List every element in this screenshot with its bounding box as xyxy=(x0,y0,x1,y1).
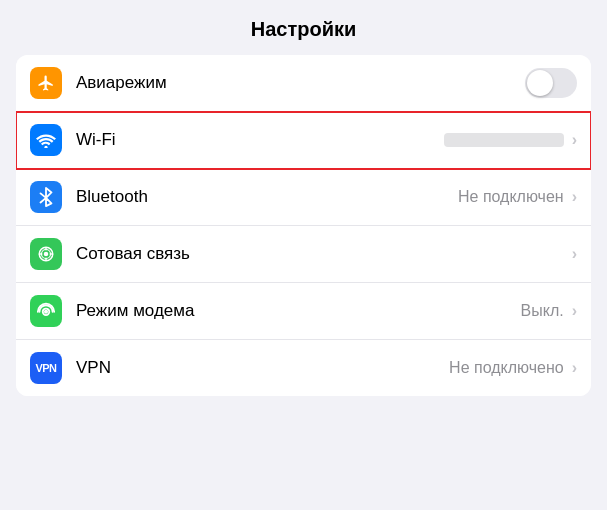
svg-point-3 xyxy=(44,252,49,257)
settings-row-bluetooth[interactable]: Bluetooth Не подключен › xyxy=(16,169,591,226)
page-title: Настройки xyxy=(0,0,607,55)
cellular-icon xyxy=(30,238,62,270)
bluetooth-value: Не подключен xyxy=(458,188,564,206)
cellular-label: Сотовая связь xyxy=(76,244,570,264)
hotspot-icon xyxy=(30,295,62,327)
settings-row-cellular[interactable]: Сотовая связь › xyxy=(16,226,591,283)
hotspot-chevron: › xyxy=(572,302,577,320)
vpn-value: Не подключено xyxy=(449,359,564,377)
settings-row-hotspot[interactable]: Режим модема Выкл. › xyxy=(16,283,591,340)
vpn-icon: VPN xyxy=(30,352,62,384)
airplane-label: Авиарежим xyxy=(76,73,525,93)
svg-point-0 xyxy=(44,146,47,148)
hotspot-label: Режим модема xyxy=(76,301,521,321)
settings-row-airplane[interactable]: Авиарежим xyxy=(16,55,591,112)
settings-row-vpn[interactable]: VPN VPN Не подключено › xyxy=(16,340,591,396)
wifi-label: Wi-Fi xyxy=(76,130,444,150)
vpn-icon-text: VPN xyxy=(35,362,56,374)
settings-list: Авиарежим Wi-Fi › Bluetooth Не подключен… xyxy=(16,55,591,396)
airplane-icon xyxy=(30,67,62,99)
wifi-chevron: › xyxy=(572,131,577,149)
wifi-icon xyxy=(30,124,62,156)
bluetooth-chevron: › xyxy=(572,188,577,206)
vpn-chevron: › xyxy=(572,359,577,377)
toggle-knob xyxy=(527,70,553,96)
vpn-label: VPN xyxy=(76,358,449,378)
cellular-chevron: › xyxy=(572,245,577,263)
svg-point-8 xyxy=(44,310,48,314)
settings-row-wifi[interactable]: Wi-Fi › xyxy=(16,112,591,169)
wifi-value-blurred xyxy=(444,133,564,147)
bluetooth-icon xyxy=(30,181,62,213)
airplane-toggle[interactable] xyxy=(525,68,577,98)
bluetooth-label: Bluetooth xyxy=(76,187,458,207)
hotspot-value: Выкл. xyxy=(521,302,564,320)
